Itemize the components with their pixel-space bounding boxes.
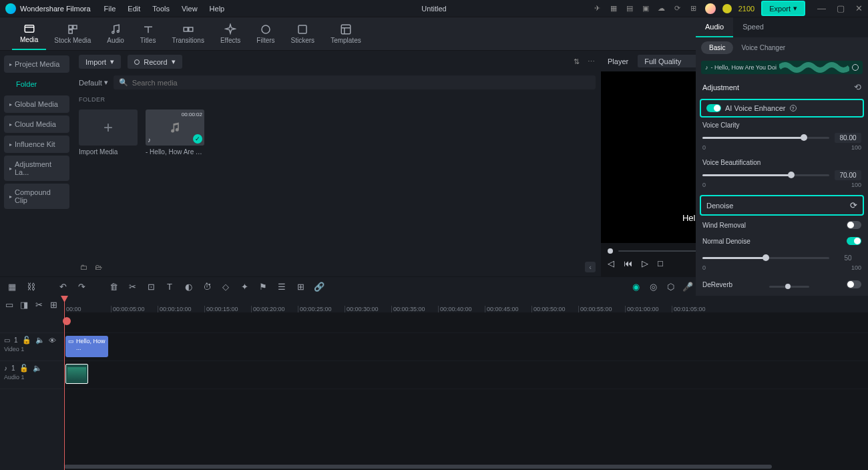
subtitle-clip[interactable]: ▭Hello, How ... — [65, 336, 108, 357]
import-dropdown[interactable]: Import▾ — [79, 55, 121, 69]
menu-tools[interactable]: Tools — [152, 5, 170, 13]
folder-plus-icon[interactable]: 🗁 — [93, 262, 103, 272]
ai-icon[interactable]: ✦ — [239, 281, 250, 292]
mic-icon[interactable]: 🎤 — [682, 281, 693, 292]
denoise-reset-icon[interactable]: ⟳ — [850, 200, 857, 210]
crop-icon[interactable]: ⊡ — [146, 281, 156, 292]
redo-icon[interactable]: ↷ — [76, 281, 87, 292]
cut-icon[interactable]: ✂ — [127, 281, 138, 292]
reset-adjustment-icon[interactable]: ⟲ — [854, 82, 861, 92]
media-icon[interactable]: ▤ — [625, 4, 634, 13]
visibility-icon[interactable]: 👁 — [49, 336, 56, 344]
video-track-lane[interactable]: ▭Hello, How ... — [64, 333, 868, 361]
track-icon[interactable]: ☰ — [276, 281, 287, 292]
search-input[interactable] — [132, 79, 590, 87]
snap-icon[interactable]: ⬡ — [665, 281, 676, 292]
record-dropdown[interactable]: Record▾ — [128, 55, 182, 69]
ai-voice-enhancer-toggle[interactable] — [706, 104, 721, 112]
sidebar-item-folder[interactable]: Folder — [4, 75, 69, 93]
minimize-button[interactable]: — — [817, 3, 826, 13]
history-icon[interactable]: ⟳ — [673, 4, 682, 13]
image-icon[interactable]: ▣ — [641, 4, 650, 13]
voice-clarity-slider[interactable] — [702, 137, 829, 139]
sub-tab-basic[interactable]: Basic — [701, 41, 733, 54]
sidebar-item-cloud-media[interactable]: ▸Cloud Media — [4, 115, 69, 133]
menu-file[interactable]: File — [104, 5, 116, 13]
text-icon[interactable]: T — [164, 281, 175, 292]
zoom-slider[interactable] — [769, 286, 809, 288]
tab-filters[interactable]: Filters — [248, 17, 282, 50]
mute-icon[interactable]: 🔈 — [35, 336, 45, 344]
new-folder-icon[interactable]: 🗀 — [79, 262, 88, 272]
play-button[interactable]: ▷ — [642, 258, 648, 268]
sort-icon[interactable]: ⇅ — [572, 57, 581, 67]
undo-icon[interactable]: ↶ — [57, 281, 68, 292]
ruler-tool1-icon[interactable]: ▭ — [5, 299, 13, 310]
tab-stock-media[interactable]: Stock Media — [46, 17, 99, 50]
voice-beautification-slider[interactable] — [702, 174, 829, 176]
speed-icon[interactable]: ⏱ — [202, 281, 212, 292]
lock-icon[interactable]: 🔓 — [19, 364, 29, 373]
normal-denoise-toggle[interactable] — [847, 237, 861, 245]
sidebar-item-project-media[interactable]: ▸Project Media — [4, 55, 69, 73]
magnet-icon[interactable]: ⛓ — [25, 281, 36, 292]
audio-track-head[interactable]: ♪1🔓🔈 Audio 1 — [0, 361, 63, 389]
tab-media[interactable]: Media — [12, 17, 46, 50]
sidebar-item-influence-kit[interactable]: ▸Influence Kit — [4, 136, 69, 153]
sub-tab-voice-changer[interactable]: Voice Changer — [733, 41, 793, 54]
frame-icon[interactable]: ▦ — [609, 4, 618, 13]
info-icon[interactable]: ? — [790, 105, 797, 111]
tab-effects[interactable]: Effects — [212, 17, 248, 50]
maximize-button[interactable]: ▢ — [837, 3, 845, 13]
apps-icon[interactable]: ⊞ — [689, 4, 698, 13]
link-icon[interactable]: 🔗 — [314, 281, 324, 292]
sidebar-item-compound-clip[interactable]: ▸Compound Clip — [4, 184, 69, 209]
credits-count[interactable]: 2100 — [738, 5, 754, 13]
more-icon[interactable]: ⋯ — [586, 57, 596, 67]
audio-track-lane[interactable] — [64, 361, 868, 389]
inspector-tab-speed[interactable]: Speed — [733, 17, 773, 37]
menu-help[interactable]: Help — [210, 5, 225, 13]
import-media-card[interactable]: + Import Media — [79, 109, 138, 156]
clip-marker-icon[interactable] — [852, 64, 859, 71]
inspector-tab-audio[interactable]: Audio — [696, 17, 733, 37]
ruler-tool2-icon[interactable]: ◨ — [20, 299, 28, 310]
ripple-icon[interactable]: ◎ — [648, 281, 658, 292]
lock-icon[interactable]: 🔓 — [22, 336, 31, 344]
marker-lane[interactable] — [64, 313, 868, 333]
wind-removal-toggle[interactable] — [847, 221, 861, 229]
playhead[interactable] — [64, 296, 65, 470]
timeline-scrollbar[interactable] — [64, 463, 868, 470]
voice-clarity-value[interactable]: 80.00 — [835, 133, 861, 143]
avatar[interactable] — [705, 3, 716, 14]
ruler-tool3-icon[interactable]: ✂ — [35, 299, 43, 310]
send-icon[interactable]: ✈ — [593, 4, 602, 13]
export-button[interactable]: Export▾ — [761, 1, 805, 16]
scrollbar-thumb[interactable] — [64, 465, 772, 469]
collapse-sidebar[interactable]: ‹ — [585, 262, 596, 272]
keyframe-icon[interactable]: ◇ — [220, 281, 231, 292]
select-tool-icon[interactable]: ▦ — [7, 281, 17, 292]
normal-denoise-value[interactable]: 50 — [835, 253, 861, 263]
normal-denoise-slider[interactable] — [702, 257, 829, 259]
close-button[interactable]: ✕ — [855, 3, 863, 13]
tab-titles[interactable]: Titles — [132, 17, 164, 50]
marker-icon[interactable]: ⚑ — [258, 281, 268, 292]
mute-icon[interactable]: 🔈 — [33, 364, 42, 373]
dereverb-toggle[interactable] — [847, 280, 861, 288]
default-dropdown[interactable]: Default▾ — [79, 78, 108, 87]
sidebar-item-adjustment-layer[interactable]: ▸Adjustment La... — [4, 156, 69, 181]
menu-edit[interactable]: Edit — [128, 5, 140, 13]
tab-audio[interactable]: Audio — [99, 17, 132, 50]
ruler-tool4-icon[interactable]: ⊞ — [50, 299, 58, 310]
prev-frame-button[interactable]: ◁ — [608, 258, 614, 268]
delete-icon[interactable]: 🗑 — [108, 281, 119, 292]
color-icon[interactable]: ◐ — [183, 281, 194, 292]
menu-view[interactable]: View — [182, 5, 198, 13]
seek-handle[interactable] — [608, 248, 613, 254]
tab-templates[interactable]: Templates — [322, 17, 369, 50]
cloud-icon[interactable]: ☁ — [657, 4, 666, 13]
tab-transitions[interactable]: Transitions — [164, 17, 212, 50]
step-back-button[interactable]: ⏮ — [624, 258, 632, 268]
auto-ripple-icon[interactable]: ◉ — [630, 281, 641, 292]
